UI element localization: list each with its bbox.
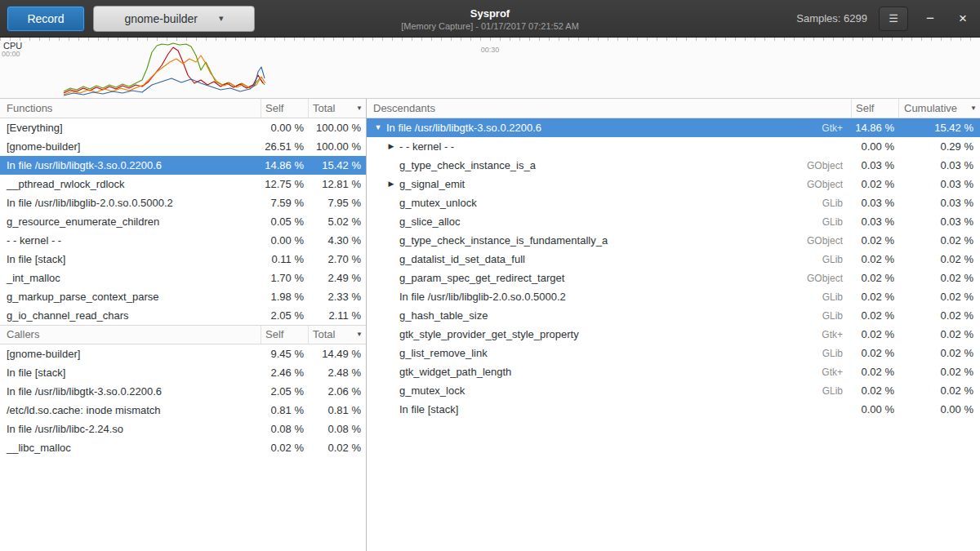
descendant-row[interactable]: g_datalist_id_set_data_full GLib 0.02 % … (367, 250, 980, 269)
descendant-category: GObject (807, 160, 851, 171)
caller-name: [gnome-builder] (0, 348, 261, 360)
descendant-cumulative-percent: 0.02 % (898, 253, 980, 265)
descendant-cumulative-percent: 0.02 % (898, 234, 980, 247)
descendant-row[interactable]: g_type_check_instance_is_a GObject 0.03 … (367, 156, 980, 175)
record-button[interactable]: Record (7, 6, 85, 32)
function-row[interactable]: g_markup_parse_context_parse 1.98 % 2.33… (0, 287, 366, 306)
descendant-row[interactable]: g_mutex_unlock GLib 0.03 % 0.03 % (367, 193, 980, 212)
cpu-line-green (64, 43, 265, 91)
sort-descending-icon: ▼ (356, 331, 363, 338)
descendant-self-percent: 0.00 % (851, 403, 898, 415)
descendant-row[interactable]: ▼ In file /usr/lib/libgtk-3.so.0.2200.6 … (367, 118, 980, 137)
menu-button[interactable]: ☰ (879, 7, 908, 31)
column-header-total-label: Total (313, 100, 335, 118)
column-header-descendants-self[interactable]: Self (851, 99, 898, 118)
column-header-descendants[interactable]: Descendants (367, 99, 851, 118)
column-header-functions[interactable]: Functions (0, 99, 261, 118)
descendant-name: g_type_check_instance_is_fundamentally_a (398, 234, 807, 247)
function-name: g_io_channel_read_chars (0, 309, 261, 322)
descendant-row[interactable]: gtk_style_provider_get_style_property Gt… (367, 325, 980, 344)
column-header-self[interactable]: Self (261, 99, 308, 118)
descendant-cumulative-percent: 0.02 % (898, 384, 980, 397)
descendant-cumulative-percent: 0.03 % (898, 197, 980, 209)
descendant-self-percent: 0.02 % (851, 272, 898, 284)
descendant-row[interactable]: g_hash_table_size GLib 0.02 % 0.02 % (367, 306, 980, 325)
descendant-row[interactable]: g_type_check_instance_is_fundamentally_a… (367, 231, 980, 250)
expander-icon[interactable]: ▶ (385, 180, 398, 188)
function-total-percent: 15.42 % (308, 159, 366, 171)
function-row[interactable]: _int_malloc 1.70 % 2.49 % (0, 269, 366, 287)
function-self-percent: 1.70 % (261, 272, 308, 284)
descendants-table: ▼ In file /usr/lib/libgtk-3.so.0.2200.6 … (367, 118, 980, 419)
function-row[interactable]: [gnome-builder] 26.51 % 100.00 % (0, 137, 366, 156)
descendant-cumulative-percent: 0.02 % (898, 272, 980, 284)
samples-count: Samples: 6299 (796, 12, 867, 24)
column-header-callers-self[interactable]: Self (261, 326, 308, 344)
descendant-row[interactable]: ▶ - - kernel - - 0.00 % 0.29 % (367, 137, 980, 156)
descendant-cumulative-percent: 0.02 % (898, 366, 980, 378)
headerbar: Record gnome-builder ▾ Sysprof [Memory C… (0, 0, 980, 38)
function-self-percent: 12.75 % (261, 178, 308, 190)
column-header-callers[interactable]: Callers (0, 326, 261, 344)
function-row[interactable]: g_io_channel_read_chars 2.05 % 2.11 % (0, 306, 366, 325)
function-row[interactable]: [Everything] 0.00 % 100.00 % (0, 118, 366, 137)
caller-self-percent: 0.08 % (261, 423, 308, 435)
function-total-percent: 2.70 % (308, 253, 366, 265)
descendant-row[interactable]: ▶ g_signal_emit GObject 0.02 % 0.03 % (367, 175, 980, 193)
function-name: [Everything] (0, 122, 261, 134)
caller-row[interactable]: In file /usr/lib/libc-2.24.so 0.08 % 0.0… (0, 420, 366, 438)
target-selector-dropdown[interactable]: gnome-builder ▾ (93, 6, 255, 32)
caller-name: /etc/ld.so.cache: inode mismatch (0, 404, 261, 416)
close-button[interactable]: × (952, 8, 973, 29)
cpu-timeline[interactable]: CPU 00:00 00:30 (0, 38, 980, 99)
function-row[interactable]: g_resource_enumerate_children 0.05 % 5.0… (0, 212, 366, 231)
caller-total-percent: 0.81 % (308, 404, 366, 416)
window-title: Sysprof (401, 7, 579, 19)
caller-row[interactable]: /etc/ld.so.cache: inode mismatch 0.81 % … (0, 401, 366, 420)
descendant-self-percent: 0.02 % (851, 253, 898, 265)
hamburger-icon: ☰ (889, 12, 898, 24)
minimize-button[interactable]: − (920, 8, 941, 29)
caller-row[interactable]: In file [stack] 2.46 % 2.48 % (0, 363, 366, 382)
descendant-name: g_mutex_unlock (398, 197, 822, 209)
column-header-cumulative-label: Cumulative (904, 100, 957, 118)
descendant-row[interactable]: g_slice_alloc GLib 0.03 % 0.03 % (367, 212, 980, 231)
descendant-name: g_param_spec_get_redirect_target (398, 272, 807, 284)
caller-total-percent: 0.08 % (308, 423, 366, 435)
descendant-row[interactable]: g_mutex_lock GLib 0.02 % 0.02 % (367, 381, 980, 400)
function-total-percent: 100.00 % (308, 140, 366, 153)
caller-row[interactable]: __libc_malloc 0.02 % 0.02 % (0, 438, 366, 457)
function-row[interactable]: In file /usr/lib/libglib-2.0.so.0.5000.2… (0, 193, 366, 212)
descendant-row[interactable]: In file /usr/lib/libglib-2.0.so.0.5000.2… (367, 287, 980, 306)
expander-icon[interactable]: ▶ (385, 143, 398, 150)
descendant-self-percent: 14.86 % (851, 122, 898, 134)
expander-icon[interactable]: ▼ (372, 124, 385, 131)
column-header-callers-total[interactable]: Total ▼ (308, 326, 366, 344)
caller-name: __libc_malloc (0, 442, 261, 454)
caller-row[interactable]: In file /usr/lib/libgtk-3.so.0.2200.6 2.… (0, 382, 366, 401)
caller-row[interactable]: [gnome-builder] 9.45 % 14.49 % (0, 344, 366, 363)
descendant-category: Gtk+ (822, 367, 851, 378)
descendant-row[interactable]: g_list_remove_link GLib 0.02 % 0.02 % (367, 344, 980, 362)
function-self-percent: 14.86 % (261, 159, 308, 171)
column-header-total[interactable]: Total ▼ (308, 99, 366, 118)
function-name: _int_malloc (0, 272, 261, 284)
function-name: In file /usr/lib/libgtk-3.so.0.2200.6 (0, 159, 261, 171)
caller-self-percent: 9.45 % (261, 348, 308, 360)
descendant-row[interactable]: gtk_widget_path_length Gtk+ 0.02 % 0.02 … (367, 362, 980, 381)
descendant-row[interactable]: g_param_spec_get_redirect_target GObject… (367, 269, 980, 287)
descendant-cumulative-percent: 0.00 % (898, 403, 980, 415)
descendant-category: GLib (822, 198, 851, 209)
descendant-self-percent: 0.02 % (851, 366, 898, 378)
function-row[interactable]: - - kernel - - 0.00 % 4.30 % (0, 231, 366, 250)
column-header-cumulative[interactable]: Cumulative ▼ (898, 99, 980, 118)
function-row[interactable]: __pthread_rwlock_rdlock 12.75 % 12.81 % (0, 175, 366, 193)
descendant-category: GLib (822, 348, 851, 359)
descendant-name: gtk_style_provider_get_style_property (398, 328, 822, 340)
function-row[interactable]: In file [stack] 0.11 % 2.70 % (0, 250, 366, 269)
function-row[interactable]: In file /usr/lib/libgtk-3.so.0.2200.6 14… (0, 156, 366, 175)
target-selector-label: gnome-builder (124, 12, 198, 25)
cpu-graph-svg (0, 38, 980, 98)
descendant-row[interactable]: In file [stack] 0.00 % 0.00 % (367, 400, 980, 419)
function-total-percent: 5.02 % (308, 216, 366, 228)
